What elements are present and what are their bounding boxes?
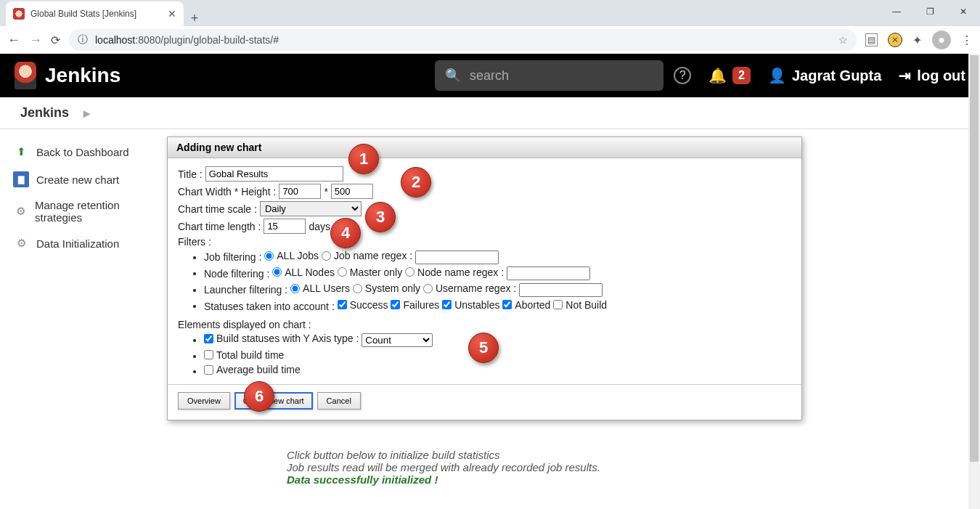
tab-favicon [13,8,25,20]
logout-icon: ⇥ [899,67,911,84]
notif-count: 2 [732,67,751,84]
site-info-icon[interactable]: ⓘ [78,33,88,46]
length-input[interactable] [264,219,306,234]
length-label: Chart time length : [178,221,261,232]
extensions-icon[interactable]: ✦ [912,33,922,47]
readinglist-icon[interactable]: ▤ [865,33,878,46]
new-tab-button[interactable]: + [184,11,205,26]
height-input[interactable] [331,184,373,199]
jenkins-logo[interactable]: Jenkins [15,62,121,89]
window-minimize[interactable]: — [880,0,913,23]
extension-badge-icon[interactable]: ✕ [888,33,902,47]
user-icon: 👤 [768,67,786,84]
node-all-radio[interactable] [272,267,282,277]
back-button[interactable]: ← [7,33,20,48]
status-aborted-check[interactable] [502,300,512,309]
el-total-label: Total build time [216,349,284,361]
window-maximize[interactable]: ❐ [913,0,947,23]
chrome-menu-icon[interactable]: ⋮ [961,33,973,47]
width-input[interactable] [279,184,321,199]
launcher-regex-input[interactable] [519,283,603,297]
overview-button[interactable]: Overview [178,392,230,410]
window-controls: — ❐ ✕ [880,0,980,23]
cancel-button[interactable]: Cancel [317,392,361,410]
status-success-check[interactable] [338,300,347,309]
launcher-system-label: System only [365,282,420,294]
callout-1: 1 [348,144,379,174]
statuses-label: Statuses taken into account : [204,300,335,311]
sidebar-item-data-init[interactable]: ⚙ Data Initialization [0,229,171,257]
title-input[interactable] [205,166,343,182]
init-text-block: Click button below to initialize build s… [287,449,600,486]
node-filter-label: Node filtering : [204,267,269,279]
node-regex-input[interactable] [507,266,590,280]
sidebar-item-label: Manage retention strategies [35,199,158,224]
init-line1: Click button below to initialize build s… [287,449,600,461]
window-close[interactable]: ✕ [947,0,980,23]
scale-select[interactable]: Daily [260,201,362,216]
node-master-radio[interactable] [338,267,347,277]
breadcrumb-sep-icon: ▸ [83,105,90,121]
bell-icon: 🔔 [709,67,727,84]
sidebar: ⬆ Back to Dashboard ▇ Create new chart ⚙… [0,129,171,266]
user-name: Jagrat Gupta [792,68,881,84]
job-regex-input[interactable] [415,251,499,264]
add-chart-dialog: Adding new chart Title : Chart Width * H… [167,137,802,420]
callout-3: 3 [365,202,396,232]
bookmark-icon[interactable]: ☆ [838,34,848,46]
address-bar[interactable]: ⓘ localhost:8080/plugin/global-build-sta… [69,29,857,51]
breadcrumb-root[interactable]: Jenkins [20,105,69,121]
help-icon[interactable]: ? [674,67,691,84]
user-menu[interactable]: 👤 Jagrat Gupta [768,67,881,84]
init-success: Data successfully initialized ! [287,473,600,486]
dialog-title: Adding new chart [168,137,801,158]
elements-label: Elements displayed on chart : [178,319,311,330]
url-host: localhost [95,34,135,46]
profile-avatar[interactable]: ● [932,30,951,49]
status-notbuild-check[interactable] [553,300,563,309]
logout-link[interactable]: ⇥ log out [899,67,965,84]
search-placeholder: search [470,68,509,84]
callout-6: 6 [244,381,274,412]
sidebar-item-create-chart[interactable]: ▇ Create new chart [0,166,171,193]
node-regex-radio[interactable] [405,267,415,277]
job-filter-label: Job filtering : [204,251,261,263]
launcher-all-radio[interactable] [290,284,300,293]
tab-close-icon[interactable]: ✕ [168,8,176,20]
jenkins-brand: Jenkins [45,64,121,87]
gear-icon: ⚙ [13,235,29,251]
scale-label: Chart time scale : [178,203,257,215]
launcher-all-label: ALL Users [303,282,350,294]
jenkins-header: Jenkins 🔍 search ? 🔔 2 👤 Jagrat Gupta ⇥ … [0,54,980,97]
el-buildstatus-check[interactable] [204,334,213,343]
el-total-check[interactable] [204,350,213,359]
launcher-filter-label: Launcher filtering : [204,284,287,296]
length-unit: days [309,221,330,232]
yaxis-select[interactable]: Count [362,333,433,347]
el-avg-label: Average build time [216,364,301,375]
sidebar-item-label: Data Initialization [36,237,119,250]
callout-5: 5 [468,333,499,363]
wh-sep: * [324,186,327,198]
status-unstables-check[interactable] [442,300,452,309]
reload-button[interactable]: ⟳ [51,33,60,47]
scrollbar-thumb[interactable] [970,55,979,462]
job-regex-radio[interactable] [322,251,331,261]
browser-tab[interactable]: Global Build Stats [Jenkins] ✕ [6,1,184,26]
chart-icon: ▇ [13,171,29,187]
launcher-regex-radio[interactable] [423,284,433,293]
status-failures-label: Failures [403,299,439,311]
el-avg-check[interactable] [204,365,213,375]
callout-4: 4 [330,218,361,248]
job-all-radio[interactable] [264,251,274,261]
logout-label: log out [917,68,965,84]
status-failures-check[interactable] [391,300,400,309]
search-input[interactable]: 🔍 search [435,60,663,91]
sidebar-item-label: Create new chart [36,174,119,186]
notifications[interactable]: 🔔 2 [709,67,751,84]
launcher-system-radio[interactable] [353,284,362,293]
sidebar-item-retention[interactable]: ⚙ Manage retention strategies [0,193,171,229]
arrow-up-icon: ⬆ [13,144,29,160]
sidebar-item-back[interactable]: ⬆ Back to Dashboard [0,138,171,166]
filters-label: Filters : [178,236,211,248]
